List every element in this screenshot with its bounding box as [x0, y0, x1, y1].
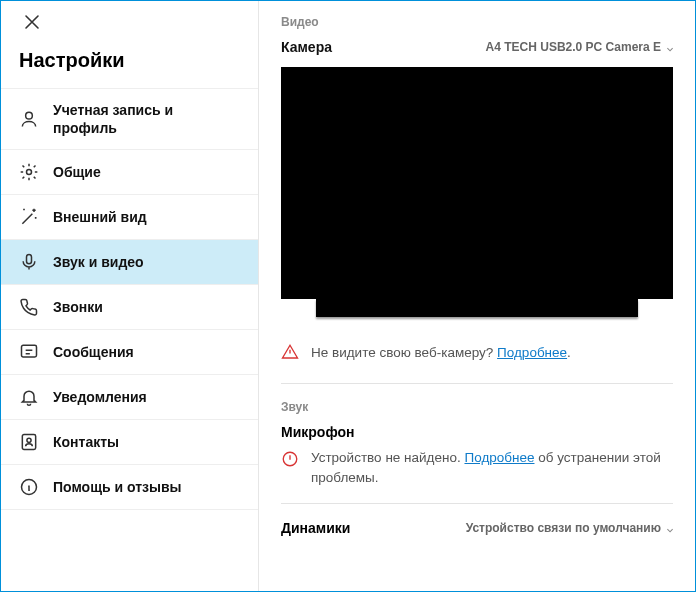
chevron-down-icon: ⌵	[667, 42, 673, 53]
speakers-device-select[interactable]: Устройство связи по умолчанию ⌵	[466, 521, 673, 535]
sidebar-item-help[interactable]: Помощь и отзывы	[1, 465, 258, 510]
sidebar-item-label: Звук и видео	[53, 253, 144, 271]
bell-icon	[19, 387, 39, 407]
svg-point-5	[27, 439, 31, 443]
camera-device-select[interactable]: A4 TECH USB2.0 PC Camera E ⌵	[486, 40, 673, 54]
microphone-error: Устройство не найдено. Подробнее об устр…	[281, 448, 673, 487]
sidebar-item-label: Сообщения	[53, 343, 134, 361]
sidebar-item-messaging[interactable]: Сообщения	[1, 330, 258, 375]
error-icon	[281, 450, 299, 468]
audio-section-label: Звук	[281, 400, 673, 414]
settings-title: Настройки	[1, 43, 258, 88]
person-icon	[19, 109, 39, 129]
divider	[281, 383, 673, 384]
camera-warning: Не видите свою веб-камеру? Подробнее.	[281, 343, 673, 361]
svg-point-1	[27, 170, 32, 175]
camera-device-value: A4 TECH USB2.0 PC Camera E	[486, 40, 661, 54]
close-button[interactable]	[21, 11, 43, 33]
settings-content: Видео Камера A4 TECH USB2.0 PC Camera E …	[259, 1, 695, 591]
gear-icon	[19, 162, 39, 182]
sidebar-item-general[interactable]: Общие	[1, 150, 258, 195]
microphone-error-text1: Устройство не найдено.	[311, 450, 461, 465]
divider	[281, 503, 673, 504]
sidebar-item-notifications[interactable]: Уведомления	[1, 375, 258, 420]
camera-warning-period: .	[567, 345, 571, 360]
speakers-heading: Динамики	[281, 520, 350, 536]
close-icon	[24, 14, 40, 30]
sidebar-item-label: Внешний вид	[53, 208, 147, 226]
camera-preview	[281, 67, 673, 299]
sidebar-item-account[interactable]: Учетная запись и профиль	[1, 88, 258, 150]
sidebar-item-label: Общие	[53, 163, 101, 181]
sidebar-item-label: Учетная запись и профиль	[53, 101, 240, 137]
microphone-icon	[19, 252, 39, 272]
sidebar-item-audio-video[interactable]: Звук и видео	[1, 240, 258, 285]
sidebar-item-label: Уведомления	[53, 388, 147, 406]
wand-icon	[19, 207, 39, 227]
settings-sidebar: Настройки Учетная запись и профиль Общие…	[1, 1, 259, 591]
sidebar-item-calls[interactable]: Звонки	[1, 285, 258, 330]
chevron-down-icon: ⌵	[667, 523, 673, 534]
svg-rect-3	[22, 346, 37, 358]
settings-nav: Учетная запись и профиль Общие Внешний в…	[1, 88, 258, 591]
microphone-heading: Микрофон	[281, 424, 673, 440]
info-icon	[19, 477, 39, 497]
svg-rect-2	[27, 255, 32, 264]
sidebar-item-appearance[interactable]: Внешний вид	[1, 195, 258, 240]
contacts-icon	[19, 432, 39, 452]
message-icon	[19, 342, 39, 362]
camera-warning-text: Не видите свою веб-камеру?	[311, 345, 493, 360]
camera-heading: Камера	[281, 39, 332, 55]
speakers-device-value: Устройство связи по умолчанию	[466, 521, 661, 535]
camera-warning-link[interactable]: Подробнее	[497, 345, 567, 360]
sidebar-item-label: Контакты	[53, 433, 119, 451]
sidebar-item-contacts[interactable]: Контакты	[1, 420, 258, 465]
svg-point-0	[26, 113, 33, 120]
video-section-label: Видео	[281, 15, 673, 29]
camera-preview-shadow	[316, 299, 637, 317]
sidebar-item-label: Звонки	[53, 298, 103, 316]
warning-icon	[281, 343, 299, 361]
microphone-error-link[interactable]: Подробнее	[464, 450, 534, 465]
phone-icon	[19, 297, 39, 317]
sidebar-item-label: Помощь и отзывы	[53, 478, 182, 496]
